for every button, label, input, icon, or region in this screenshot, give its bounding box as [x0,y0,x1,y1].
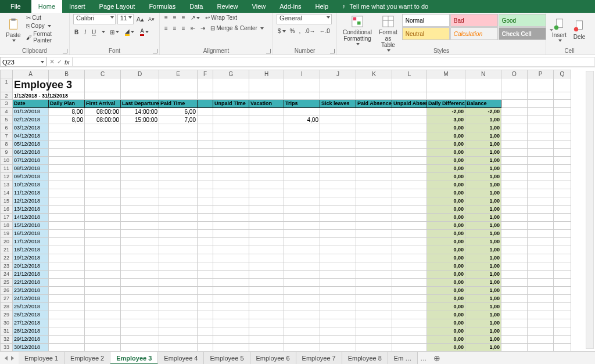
cell[interactable] [356,246,392,254]
cell[interactable] [213,271,249,279]
cell[interactable] [320,303,356,311]
cell[interactable] [392,149,427,157]
cell-balance[interactable]: 1,00 [465,287,501,295]
cell[interactable] [554,254,571,262]
cell[interactable] [85,181,121,189]
cell[interactable] [501,319,528,327]
cell[interactable] [49,327,85,336]
cell[interactable] [528,189,554,197]
cell[interactable] [85,214,121,222]
cell[interactable] [198,238,213,246]
cell[interactable] [320,108,356,116]
cell-balance[interactable]: 1,00 [465,279,501,287]
cell[interactable] [159,271,198,279]
cell[interactable] [501,344,528,351]
cell-diff[interactable]: 0,00 [427,295,465,303]
col-header-Q[interactable]: Q [554,70,571,78]
cell[interactable] [356,132,392,140]
cell[interactable] [284,108,320,116]
tab-insert[interactable]: Insert [62,0,92,13]
row-header[interactable]: 16 [0,206,13,214]
cell[interactable] [49,311,85,319]
cell[interactable] [249,197,284,206]
cell[interactable] [356,189,392,197]
cell[interactable] [501,124,528,132]
cell[interactable] [554,140,571,149]
row-header[interactable]: 29 [0,311,13,319]
cell[interactable] [159,181,198,189]
cell[interactable] [320,295,356,303]
cell[interactable] [427,92,465,100]
percent-button[interactable]: % [289,27,296,35]
cell[interactable] [249,238,284,246]
cell[interactable] [501,197,528,206]
cell[interactable] [501,92,528,100]
cell[interactable] [320,149,356,157]
cell[interactable] [528,92,554,100]
cell[interactable]: 4,00 [284,116,320,124]
cell[interactable] [159,124,198,132]
cell[interactable] [320,157,356,165]
col-header-J[interactable]: J [320,70,356,78]
cell[interactable] [554,108,571,116]
cell[interactable] [213,140,249,149]
cell-diff[interactable]: 0,00 [427,140,465,149]
table-header[interactable]: Trips [284,100,320,108]
cell[interactable] [320,173,356,181]
cell[interactable] [249,149,284,157]
cell[interactable] [85,246,121,254]
cell[interactable] [198,214,213,222]
cell[interactable] [501,238,528,246]
table-header[interactable]: Unpaid Absence [392,100,427,108]
cell[interactable]: 7,00 [159,116,198,124]
cell[interactable] [249,344,284,351]
cell-date[interactable]: 12/12/2018 [13,197,49,206]
row-header[interactable]: 5 [0,116,13,124]
cell-diff[interactable]: 0,00 [427,173,465,181]
cell[interactable] [528,197,554,206]
cell[interactable] [85,92,121,100]
cell[interactable] [392,311,427,319]
cell[interactable] [554,295,571,303]
cell[interactable] [465,78,501,92]
cell[interactable] [320,262,356,271]
cell[interactable] [554,149,571,157]
cell[interactable] [121,246,159,254]
cell-diff[interactable]: 3,00 [427,116,465,124]
italic-button[interactable]: I [83,28,87,36]
cell-diff[interactable]: 0,00 [427,206,465,214]
row-header[interactable]: 27 [0,295,13,303]
cell[interactable] [85,344,121,351]
row-header[interactable]: 11 [0,165,13,173]
cell[interactable] [213,124,249,132]
cell[interactable] [249,262,284,271]
tab-home[interactable]: Home [31,0,62,13]
row-header[interactable]: 15 [0,197,13,206]
spreadsheet-grid[interactable]: ABCDEFGHIJKLMNOPQ 1Employee 321/12/2018 … [0,70,595,351]
cell[interactable] [554,197,571,206]
cell[interactable] [392,92,427,100]
cell[interactable] [49,149,85,157]
cell[interactable] [213,238,249,246]
cell[interactable] [249,279,284,287]
cell[interactable] [320,311,356,319]
cell[interactable] [528,173,554,181]
cell[interactable] [528,214,554,222]
cell[interactable] [198,319,213,327]
cell-balance[interactable]: 1,00 [465,124,501,132]
cell[interactable] [392,262,427,271]
cell[interactable] [213,149,249,157]
cell[interactable] [356,206,392,214]
cell[interactable] [501,116,528,124]
cell[interactable] [159,214,198,222]
cell-balance[interactable]: -2,00 [465,108,501,116]
cancel-icon[interactable]: ✕ [49,58,55,66]
cell[interactable] [356,262,392,271]
cell[interactable] [501,262,528,271]
cell-balance[interactable]: 1,00 [465,303,501,311]
cell[interactable] [284,165,320,173]
date-range[interactable]: 1/12/2018 - 31/12/2018 [13,92,49,100]
enter-icon[interactable]: ✓ [57,58,62,66]
cell-date[interactable]: 08/12/2018 [13,165,49,173]
cell-balance[interactable]: 1,00 [465,132,501,140]
